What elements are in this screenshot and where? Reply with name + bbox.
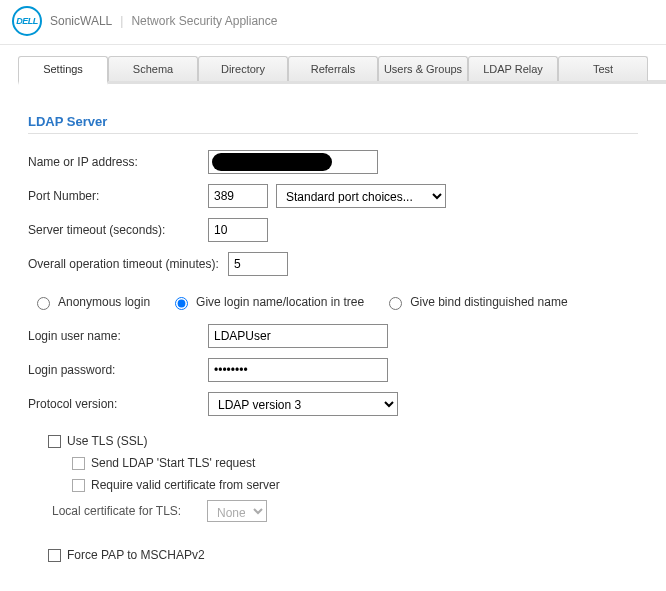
- use-tls-checkbox[interactable]: [48, 435, 61, 448]
- tab-directory[interactable]: Directory: [198, 56, 288, 81]
- force-pap-checkbox[interactable]: [48, 549, 61, 562]
- brand-divider: |: [120, 14, 123, 28]
- radio-give-bind[interactable]: Give bind distinguished name: [384, 294, 567, 310]
- proto-label: Protocol version:: [28, 397, 208, 411]
- login-pass-label: Login password:: [28, 363, 208, 377]
- radio-give-bind-label: Give bind distinguished name: [410, 295, 567, 309]
- product-label: Network Security Appliance: [131, 14, 277, 28]
- radio-give-bind-input[interactable]: [389, 297, 402, 310]
- login-user-label: Login user name:: [28, 329, 208, 343]
- tab-schema[interactable]: Schema: [108, 56, 198, 81]
- login-pass-input[interactable]: [208, 358, 388, 382]
- section-title: LDAP Server: [28, 114, 638, 134]
- tab-bar: Settings Schema Directory Referrals User…: [18, 55, 666, 84]
- radio-give-name-input[interactable]: [175, 297, 188, 310]
- login-mode-group: Anonymous login Give login name/location…: [32, 294, 638, 310]
- radio-give-name-label: Give login name/location in tree: [196, 295, 364, 309]
- port-input[interactable]: [208, 184, 268, 208]
- local-cert-label: Local certificate for TLS:: [52, 504, 207, 518]
- server-timeout-label: Server timeout (seconds):: [28, 223, 208, 237]
- port-label: Port Number:: [28, 189, 208, 203]
- radio-anonymous-label: Anonymous login: [58, 295, 150, 309]
- redacted-icon: [212, 153, 332, 171]
- tab-referrals[interactable]: Referrals: [288, 56, 378, 81]
- proto-select[interactable]: LDAP version 3: [208, 392, 398, 416]
- tab-users-groups[interactable]: Users & Groups: [378, 56, 468, 81]
- local-cert-row: Local certificate for TLS: None: [52, 500, 638, 522]
- app-header: DELL SonicWALL | Network Security Applia…: [0, 0, 666, 45]
- require-cert-checkbox[interactable]: [72, 479, 85, 492]
- force-pap-label: Force PAP to MSCHAPv2: [67, 548, 205, 562]
- port-choice-select[interactable]: Standard port choices...: [276, 184, 446, 208]
- op-timeout-label: Overall operation timeout (minutes):: [28, 257, 228, 271]
- tab-ldap-relay[interactable]: LDAP Relay: [468, 56, 558, 81]
- start-tls-checkbox[interactable]: [72, 457, 85, 470]
- login-user-input[interactable]: [208, 324, 388, 348]
- require-cert-label: Require valid certificate from server: [91, 478, 280, 492]
- force-pap-row[interactable]: Force PAP to MSCHAPv2: [48, 548, 638, 562]
- require-cert-row[interactable]: Require valid certificate from server: [72, 478, 638, 492]
- tab-test[interactable]: Test: [558, 56, 648, 81]
- radio-give-name[interactable]: Give login name/location in tree: [170, 294, 364, 310]
- tab-settings[interactable]: Settings: [18, 56, 108, 85]
- ip-label: Name or IP address:: [28, 155, 208, 169]
- ip-input[interactable]: [208, 150, 378, 174]
- local-cert-select[interactable]: None: [207, 500, 267, 522]
- start-tls-row[interactable]: Send LDAP 'Start TLS' request: [72, 456, 638, 470]
- server-timeout-input[interactable]: [208, 218, 268, 242]
- use-tls-row[interactable]: Use TLS (SSL): [48, 434, 638, 448]
- start-tls-label: Send LDAP 'Start TLS' request: [91, 456, 255, 470]
- content-area: LDAP Server Name or IP address: Port Num…: [0, 84, 666, 590]
- op-timeout-input[interactable]: [228, 252, 288, 276]
- brand-label: SonicWALL: [50, 14, 112, 28]
- radio-anonymous[interactable]: Anonymous login: [32, 294, 150, 310]
- dell-logo-icon: DELL: [12, 6, 42, 36]
- use-tls-label: Use TLS (SSL): [67, 434, 147, 448]
- radio-anonymous-input[interactable]: [37, 297, 50, 310]
